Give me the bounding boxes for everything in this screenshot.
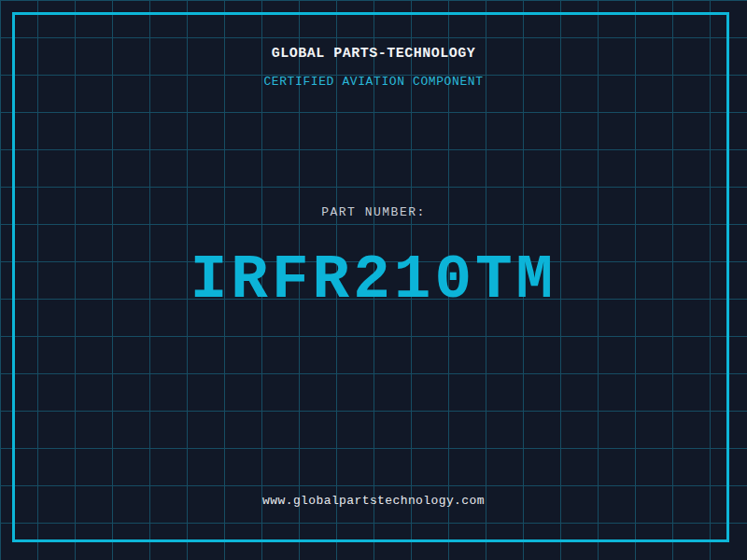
website-url: www.globalpartstechnology.com <box>0 494 747 508</box>
certification-subtitle: CERTIFIED AVIATION COMPONENT <box>0 75 747 89</box>
part-number-label: PART NUMBER: <box>0 205 747 219</box>
part-label-card: GLOBAL PARTS-TECHNOLOGY CERTIFIED AVIATI… <box>0 0 747 560</box>
part-number-value: IRFR210TM <box>0 250 747 312</box>
company-name: GLOBAL PARTS-TECHNOLOGY <box>0 46 747 62</box>
